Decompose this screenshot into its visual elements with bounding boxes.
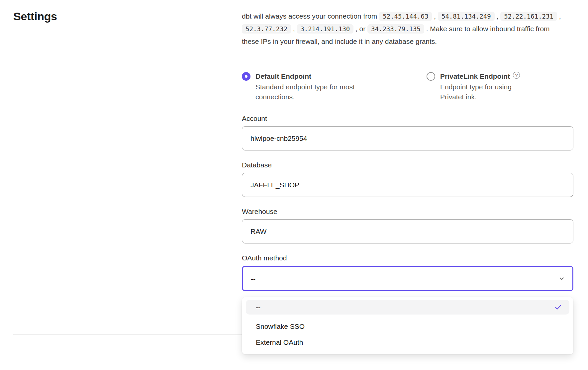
radio-selected-icon[interactable] <box>242 72 250 81</box>
menu-option-none-label: -- <box>256 303 260 311</box>
account-label: Account <box>242 114 573 124</box>
ip-chip: 52.22.161.231 <box>500 12 557 21</box>
ip-chip: 3.214.191.130 <box>297 24 353 34</box>
ip-chip: 52.45.144.63 <box>379 12 432 21</box>
menu-option-external-oauth-label: External OAuth <box>256 338 303 346</box>
radio-privatelink-endpoint-texts: PrivateLink Endpoint ? Endpoint type for… <box>440 71 530 102</box>
radio-default-endpoint[interactable]: Default Endpoint Standard endpoint type … <box>242 71 427 102</box>
menu-option-snowflake-sso[interactable]: Snowflake SSO <box>246 319 569 334</box>
menu-option-external-oauth[interactable]: External OAuth <box>246 334 569 350</box>
radio-default-endpoint-description: Standard endpoint type for most connecti… <box>255 82 372 102</box>
chevron-down-icon <box>558 275 565 282</box>
radio-default-endpoint-label: Default Endpoint <box>255 71 311 81</box>
page-title: Settings <box>13 10 57 23</box>
oauth-method-field: OAuth method -- -- <box>242 253 573 291</box>
menu-option-snowflake-sso-label: Snowflake SSO <box>256 323 305 330</box>
help-icon[interactable]: ? <box>513 72 520 79</box>
intro-text-segment: , <box>495 12 501 20</box>
oauth-method-menu: -- Snowflake SSO External OAuth <box>242 297 573 354</box>
ip-chip: 52.3.77.232 <box>242 24 291 34</box>
intro-text-segment: dbt will always access your connection f… <box>242 12 379 20</box>
ip-chip: 54.81.134.249 <box>438 12 495 21</box>
check-icon <box>554 303 562 311</box>
oauth-method-selected-value: -- <box>251 275 255 283</box>
account-input[interactable] <box>242 126 573 150</box>
menu-option-none[interactable]: -- <box>246 300 569 315</box>
radio-privatelink-endpoint-label: PrivateLink Endpoint <box>440 71 510 81</box>
radio-default-endpoint-texts: Default Endpoint Standard endpoint type … <box>255 71 372 102</box>
warehouse-label: Warehouse <box>242 207 573 217</box>
intro-text-segment: , <box>432 12 438 20</box>
database-label: Database <box>242 160 573 170</box>
radio-privatelink-endpoint[interactable]: PrivateLink Endpoint ? Endpoint type for… <box>427 71 530 102</box>
radio-unselected-icon[interactable] <box>427 72 435 81</box>
endpoint-type-radio-group: Default Endpoint Standard endpoint type … <box>242 71 573 102</box>
radio-privatelink-endpoint-description: Endpoint type for using PrivateLink. <box>440 82 530 102</box>
account-field: Account <box>242 114 573 150</box>
settings-page: Settings dbt will always access your con… <box>0 0 588 370</box>
intro-text-segment: , <box>557 12 561 20</box>
warehouse-field: Warehouse <box>242 207 573 243</box>
oauth-method-select[interactable]: -- <box>242 266 573 291</box>
ip-allowlist-text: dbt will always access your connection f… <box>242 10 563 48</box>
database-input[interactable] <box>242 173 573 197</box>
intro-text-segment: , <box>291 25 297 33</box>
connection-settings-form: dbt will always access your connection f… <box>242 0 573 291</box>
warehouse-input[interactable] <box>242 219 573 243</box>
intro-text-segment: , or <box>353 25 367 33</box>
ip-chip: 34.233.79.135 <box>367 24 424 34</box>
oauth-method-label: OAuth method <box>242 253 573 263</box>
database-field: Database <box>242 160 573 197</box>
